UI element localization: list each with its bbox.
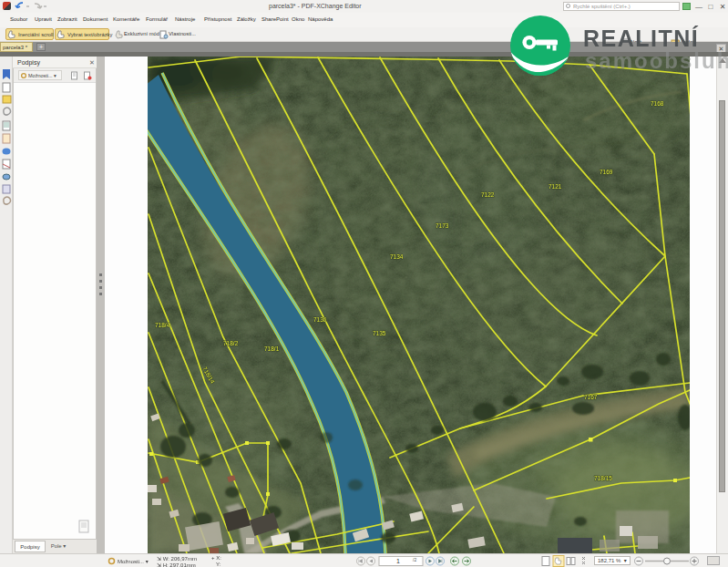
svg-text:7167: 7167 (584, 394, 598, 400)
svg-text:7135: 7135 (373, 330, 386, 336)
svg-text:7168: 7168 (651, 100, 664, 107)
svg-text:7134: 7134 (390, 253, 404, 260)
svg-text:7169: 7169 (600, 169, 613, 175)
svg-text:/2: /2 (413, 557, 416, 562)
svg-text:7122: 7122 (481, 191, 495, 198)
svg-text:718/15: 718/15 (594, 475, 612, 481)
svg-text:1: 1 (396, 558, 400, 564)
svg-text:718/1: 718/1 (264, 345, 280, 352)
svg-text:7121: 7121 (549, 183, 562, 190)
svg-text:7173: 7173 (436, 222, 449, 229)
svg-text:7136: 7136 (313, 316, 327, 323)
svg-text:718/4: 718/4 (155, 322, 170, 328)
svg-text:718/2: 718/2 (223, 340, 239, 346)
